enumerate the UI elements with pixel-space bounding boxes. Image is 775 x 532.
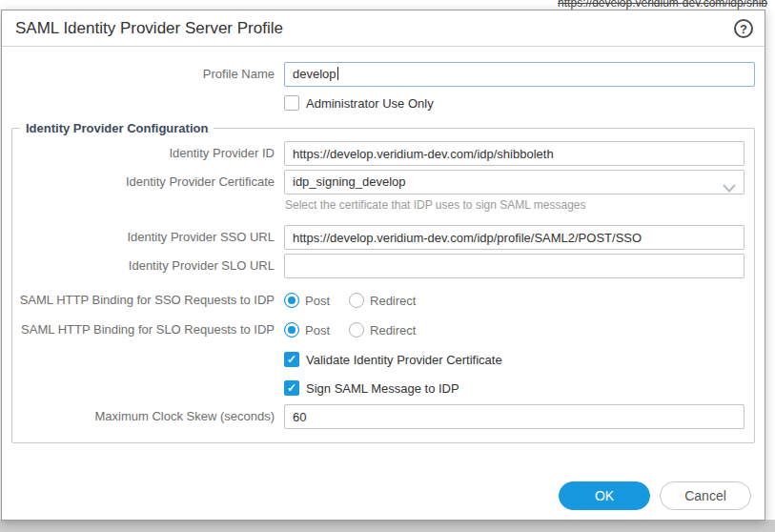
radio-unselected-icon: [349, 322, 364, 338]
clock-skew-label: Maximum Clock Skew (seconds): [12, 404, 284, 424]
sso-binding-post-radio[interactable]: Post: [284, 293, 330, 308]
slo-binding-post-radio[interactable]: Post: [284, 322, 330, 338]
profile-name-label: Profile Name: [2, 62, 284, 82]
sso-binding-label: SAML HTTP Binding for SSO Requests to ID…: [12, 288, 284, 308]
help-icon[interactable]: ?: [734, 19, 753, 38]
checkbox-checked-icon: [284, 352, 299, 367]
clock-skew-input[interactable]: [284, 404, 744, 429]
radio-selected-icon: [284, 322, 299, 338]
slo-url-input[interactable]: [284, 254, 744, 278]
slo-binding-label: SAML HTTP Binding for SLO Requests to ID…: [12, 317, 284, 338]
idp-certificate-select[interactable]: idp_signing_develop: [284, 170, 744, 194]
validate-idp-certificate-label: Validate Identity Provider Certificate: [306, 353, 502, 367]
idp-certificate-value: idp_signing_develop: [284, 170, 744, 194]
text-cursor: [337, 67, 338, 80]
slo-binding-radio-group: Post Redirect: [284, 317, 744, 338]
sign-saml-message-label: Sign SAML Message to IDP: [306, 381, 459, 396]
profile-name-input[interactable]: develop: [284, 62, 755, 87]
background-url-text: https://develop.veridium-dev.com/idp/shi…: [558, 0, 767, 10]
administrator-use-only-checkbox[interactable]: Administrator Use Only: [284, 91, 755, 115]
slo-binding-post-label: Post: [305, 323, 330, 338]
profile-name-row: Profile Name develop: [2, 62, 755, 87]
idp-certificate-help-text: Select the certificate that IDP uses to …: [285, 198, 744, 212]
sso-url-label: Identity Provider SSO URL: [12, 225, 284, 245]
admin-only-row: Administrator Use Only: [2, 91, 755, 115]
sso-binding-redirect-radio[interactable]: Redirect: [349, 293, 416, 308]
administrator-use-only-label: Administrator Use Only: [306, 96, 434, 111]
radio-unselected-icon: [349, 293, 364, 308]
group-title: Identity Provider Configuration: [20, 121, 214, 135]
slo-binding-redirect-radio[interactable]: Redirect: [349, 322, 416, 338]
sso-binding-radio-group: Post Redirect: [284, 288, 744, 308]
page-background: https://develop.veridium-dev.com/idp/shi…: [0, 0, 775, 532]
slo-binding-row: SAML HTTP Binding for SLO Requests to ID…: [12, 317, 744, 338]
idp-certificate-row: Identity Provider Certificate idp_signin…: [12, 170, 744, 221]
radio-selected-icon: [284, 293, 299, 308]
profile-name-value: develop: [293, 67, 337, 81]
identity-provider-configuration-group: Identity Provider Configuration Identity…: [11, 121, 755, 443]
sso-binding-row: SAML HTTP Binding for SSO Requests to ID…: [12, 288, 744, 308]
slo-binding-redirect-label: Redirect: [370, 323, 416, 338]
dialog-content: Profile Name develop Administrator Use O…: [2, 47, 765, 443]
checkbox-checked-icon: [284, 380, 299, 396]
sso-url-input[interactable]: [284, 225, 744, 250]
dialog-titlebar: SAML Identity Provider Server Profile ?: [2, 10, 765, 47]
sso-url-row: Identity Provider SSO URL: [12, 225, 744, 250]
slo-url-row: Identity Provider SLO URL: [12, 254, 744, 278]
idp-id-row: Identity Provider ID: [12, 141, 744, 166]
idp-id-label: Identity Provider ID: [12, 141, 284, 161]
validate-cert-row: Validate Identity Provider Certificate: [12, 347, 744, 372]
idp-id-input[interactable]: [284, 141, 744, 166]
slo-url-label: Identity Provider SLO URL: [12, 254, 284, 274]
validate-idp-certificate-checkbox[interactable]: Validate Identity Provider Certificate: [284, 347, 744, 372]
sign-saml-row: Sign SAML Message to IDP: [12, 376, 744, 400]
sso-binding-redirect-label: Redirect: [370, 294, 416, 308]
ok-button[interactable]: OK: [559, 481, 650, 510]
saml-idp-server-profile-dialog: SAML Identity Provider Server Profile ? …: [1, 10, 765, 521]
dialog-footer: OK Cancel: [559, 481, 751, 510]
dialog-title: SAML Identity Provider Server Profile: [15, 19, 283, 38]
background-bottom-strip: [0, 520, 775, 532]
clock-skew-row: Maximum Clock Skew (seconds): [12, 404, 744, 429]
sign-saml-message-checkbox[interactable]: Sign SAML Message to IDP: [284, 376, 744, 400]
sso-binding-post-label: Post: [305, 294, 330, 308]
idp-certificate-label: Identity Provider Certificate: [12, 170, 284, 190]
cancel-button[interactable]: Cancel: [660, 481, 751, 510]
checkbox-unchecked-icon: [284, 95, 299, 111]
